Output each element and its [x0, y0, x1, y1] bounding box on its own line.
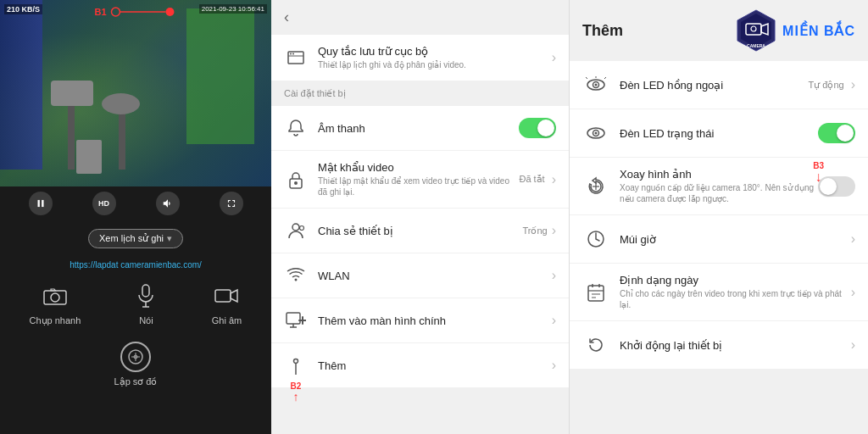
- restart-icon: [582, 331, 609, 359]
- svg-rect-3: [37, 200, 39, 207]
- svg-point-16: [292, 53, 294, 55]
- bottom-actions: Chụp nhanh Nói Ghi âm: [0, 272, 271, 335]
- bell-icon: [284, 116, 308, 140]
- play-pause-button[interactable]: [29, 192, 53, 215]
- arrow-icon: ›: [552, 358, 556, 373]
- chup-nhanh-label: Chụp nhanh: [30, 315, 81, 326]
- den-led-hong-value: Tự động: [809, 80, 844, 91]
- quy-tac-title: Quy tắc lưu trữ cục bộ: [318, 45, 552, 58]
- dinh-dang-subtitle: Chỉ cho các ngày trên video trong khi xe…: [620, 288, 851, 310]
- svg-point-0: [112, 8, 120, 16]
- svg-point-19: [292, 224, 299, 231]
- arrow-icon: ›: [851, 337, 855, 353]
- menu-item-mat-khau[interactable]: Mật khẩu video Thiết lập mật khẩu để xem…: [271, 151, 569, 209]
- svg-point-43: [595, 132, 598, 135]
- svg-point-20: [300, 226, 304, 231]
- wlan-title: WLAN: [318, 270, 552, 282]
- noi-label: Nói: [139, 315, 153, 326]
- map-icon: [120, 342, 151, 372]
- camera-bottom-controls: HD: [0, 186, 271, 220]
- them-vao-title: Thêm vào màn hình chính: [318, 314, 552, 327]
- eye-status-icon: [582, 120, 609, 147]
- camera-timestamp: 2021-09-23 10:56:41: [199, 4, 267, 14]
- mui-gio-title: Múi giờ: [620, 233, 851, 246]
- fullscreen-button[interactable]: [220, 192, 243, 215]
- menu-item-den-led-hong[interactable]: Đèn LED hồng ngoại Tự động ›: [570, 61, 868, 109]
- action-ghi-am[interactable]: Ghi âm: [211, 281, 242, 326]
- back-button[interactable]: ‹: [284, 8, 289, 26]
- menu-item-wlan[interactable]: WLAN ›: [271, 253, 569, 298]
- them-title: Thêm: [318, 359, 552, 372]
- arrow-icon: ›: [552, 223, 556, 238]
- right-title: Thêm: [582, 22, 623, 40]
- lock-icon: [284, 168, 308, 192]
- svg-rect-7: [142, 285, 149, 297]
- middle-panel: ‹ Quy tắc lưu trữ cục bộ Thiết lập lịch …: [271, 0, 570, 434]
- svg-point-2: [166, 8, 175, 16]
- action-noi[interactable]: Nói: [131, 281, 161, 326]
- khoi-dong-title: Khởi động lại thiết bị: [620, 339, 851, 352]
- ghi-am-label: Ghi âm: [212, 315, 242, 326]
- add-screen-icon: [284, 309, 308, 332]
- svg-rect-47: [588, 286, 604, 301]
- am-thanh-title: Âm thanh: [318, 122, 519, 135]
- chia-se-title: Chia sẻ thiết bị: [318, 225, 522, 237]
- arrow-icon: ›: [851, 285, 855, 300]
- xoay-subtitle: Xoay nguồn cấp dữ liệu camera 180°. Nên …: [620, 182, 818, 204]
- b1-line-indicator: [109, 7, 177, 17]
- menu-item-khoi-dong[interactable]: Khởi động lại thiết bị ›: [570, 321, 868, 370]
- svg-point-15: [290, 53, 292, 55]
- menu-item-mui-gio[interactable]: Múi giờ ›: [570, 215, 868, 264]
- arrow-icon: ›: [552, 268, 556, 283]
- menu-item-den-led-trang[interactable]: Đèn LED trạng thái: [570, 109, 868, 158]
- wifi-icon: [284, 264, 308, 287]
- right-panel: Thêm CAMERA MIỀN BẮC: [570, 0, 868, 434]
- fps-badge: 210 KB/S: [4, 4, 42, 14]
- am-thanh-toggle[interactable]: [519, 118, 556, 138]
- den-led-hong-title: Đèn LED hồng ngoại: [620, 79, 809, 92]
- mat-khau-value: Đã tắt: [519, 174, 544, 185]
- eye-light-icon: [582, 71, 609, 98]
- share-icon: [284, 219, 308, 242]
- brand-text: MIỀN BẮC: [782, 23, 855, 39]
- left-panel: B1 2021-09-23 10:56:41 210 KB/S HD Xem l…: [0, 0, 271, 434]
- menu-item-them[interactable]: B2 ↑ Thêm ›: [271, 343, 569, 388]
- mat-khau-subtitle: Thiết lập mật khẩu để xem video trực tiế…: [318, 175, 519, 198]
- xoay-toggle[interactable]: [818, 176, 855, 197]
- svg-rect-10: [215, 290, 231, 302]
- menu-item-am-thanh[interactable]: Âm thanh: [271, 106, 569, 151]
- volume-button[interactable]: [156, 192, 180, 215]
- quy-tac-subtitle: Thiết lập lịch ghi và độ phân giải video…: [318, 59, 552, 70]
- arrow-icon: ›: [851, 77, 855, 92]
- lap-so-do-label: Lập sơ đồ: [114, 376, 158, 387]
- hexagon-logo: CAMERA: [734, 8, 778, 53]
- menu-item-chia-se[interactable]: Chia sẻ thiết bị Trống ›: [271, 209, 569, 253]
- xoay-title: Xoay hình ảnh: [620, 168, 818, 181]
- view-history-button[interactable]: Xem lịch sử ghi ▾: [88, 229, 183, 248]
- more-icon: B2 ↑: [284, 353, 308, 377]
- b2-indicator: B2 ↑: [291, 381, 302, 403]
- menu-item-them-vao[interactable]: Thêm vào màn hình chính ›: [271, 298, 569, 343]
- svg-point-18: [294, 181, 298, 185]
- den-led-trang-toggle[interactable]: [818, 123, 855, 143]
- arrow-icon: ›: [851, 231, 855, 247]
- rotate-icon: [582, 173, 609, 200]
- svg-point-37: [595, 84, 598, 86]
- menu-item-dinh-dang[interactable]: Định dạng ngày Chỉ cho các ngày trên vid…: [570, 264, 868, 321]
- right-header: Thêm CAMERA MIỀN BẮC: [570, 0, 868, 61]
- arrow-icon: ›: [552, 172, 556, 187]
- svg-rect-22: [287, 313, 300, 324]
- svg-line-39: [604, 77, 606, 79]
- dinh-dang-title: Định dạng ngày: [620, 274, 851, 287]
- svg-text:CAMERA: CAMERA: [747, 43, 765, 48]
- video-icon: [211, 281, 242, 311]
- middle-header: ‹: [271, 0, 569, 35]
- menu-item-xoay[interactable]: B3 ↓ Xoay hình ảnh Xoay nguồn cấp dữ liệ…: [570, 158, 868, 215]
- mat-khau-title: Mật khẩu video: [318, 161, 519, 174]
- svg-rect-4: [42, 200, 43, 207]
- hd-button[interactable]: HD: [92, 192, 116, 215]
- menu-item-quy-tac[interactable]: Quy tắc lưu trữ cục bộ Thiết lập lịch gh…: [271, 35, 569, 81]
- logo-container: CAMERA MIỀN BẮC: [734, 8, 855, 53]
- action-chup-nhanh[interactable]: Chụp nhanh: [30, 281, 81, 326]
- action-lap-so-do[interactable]: Lập sơ đồ: [114, 342, 158, 387]
